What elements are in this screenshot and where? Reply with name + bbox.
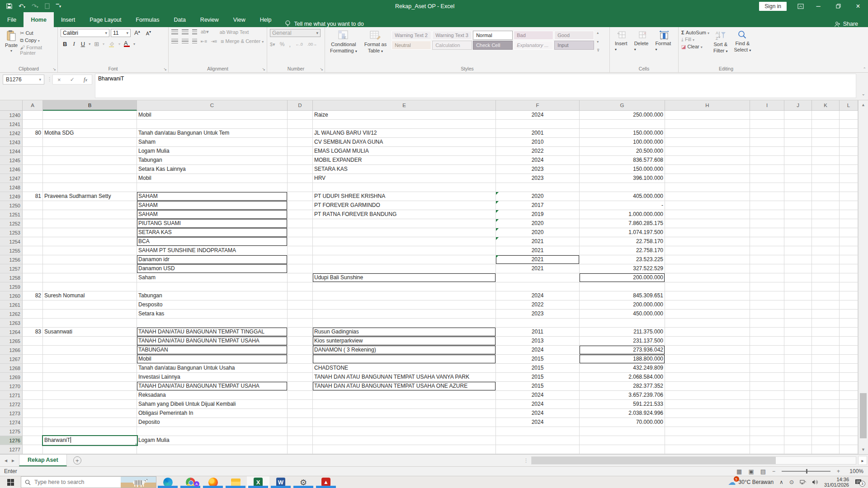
cell-G1261[interactable]: 200.000.000 — [580, 300, 665, 310]
cell-F1275[interactable] — [496, 427, 580, 436]
cell-B1247[interactable] — [43, 174, 137, 183]
cell-B1250[interactable] — [43, 201, 137, 210]
cell-G1253[interactable]: 1.074.197.500 — [580, 228, 665, 237]
cell-K1250[interactable] — [812, 201, 840, 210]
cell-I1262[interactable] — [750, 310, 784, 319]
cell-H1243[interactable] — [665, 138, 750, 147]
cell-H1277[interactable] — [665, 445, 750, 454]
cell-J1246[interactable] — [784, 165, 812, 174]
cell-A1262[interactable] — [23, 310, 43, 319]
format-painter-button[interactable]: 🖌 Format Painter — [20, 45, 55, 56]
cell-G1247[interactable]: 396.100.000 — [580, 174, 665, 183]
cell-I1250[interactable] — [750, 201, 784, 210]
cell-A1252[interactable] — [23, 219, 43, 228]
cell-K1255[interactable] — [812, 246, 840, 255]
cell-style-bad[interactable]: Bad — [514, 31, 553, 40]
collapse-ribbon-icon[interactable]: ⌃ — [863, 67, 866, 71]
cell-I1243[interactable] — [750, 138, 784, 147]
cell-E1252[interactable] — [313, 219, 496, 228]
cell-D1270[interactable] — [288, 382, 313, 391]
column-header-H[interactable]: H — [665, 100, 750, 111]
cell-B1251[interactable] — [43, 210, 137, 219]
cell-G1255[interactable]: 22.758.170 — [580, 246, 665, 255]
ribbon-tab-formulas[interactable]: Formulas — [128, 12, 166, 27]
number-format-select[interactable]: General▾ — [270, 29, 321, 37]
cell-K1273[interactable] — [812, 409, 840, 418]
page-break-view-icon[interactable]: ▤ — [760, 468, 766, 475]
cell-A1242[interactable]: 80 — [23, 129, 43, 138]
cell-E1245[interactable]: MOBIL EXPANDER — [313, 156, 496, 165]
cell-J1248[interactable] — [784, 183, 812, 192]
cell-B1273[interactable] — [43, 409, 137, 418]
taskbar-firefox[interactable] — [202, 476, 224, 488]
cell-L1257[interactable] — [840, 264, 858, 273]
cell-style-calculation[interactable]: Calculation — [432, 41, 472, 50]
cell-I1258[interactable] — [750, 273, 784, 282]
cell-F1249[interactable]: 2020 — [496, 192, 580, 201]
cell-D1275[interactable] — [288, 427, 313, 436]
cell-K1257[interactable] — [812, 264, 840, 273]
cell-B1258[interactable] — [43, 273, 137, 282]
cell-L1268[interactable] — [840, 364, 858, 373]
cell-B1241[interactable] — [43, 120, 137, 129]
cell-A1256[interactable] — [23, 255, 43, 264]
row-header-1267[interactable]: 1267 — [0, 355, 23, 364]
cell-E1268[interactable]: CHADSTONE — [313, 364, 496, 373]
cell-K1247[interactable] — [812, 174, 840, 183]
cell-L1254[interactable] — [840, 237, 858, 246]
cell-G1244[interactable]: 20.500.000 — [580, 147, 665, 156]
zoom-out-icon[interactable]: − — [772, 468, 775, 474]
redo-icon[interactable]: ↷▾ — [32, 3, 38, 9]
cell-L1241[interactable] — [840, 120, 858, 129]
cell-H1249[interactable] — [665, 192, 750, 201]
tray-cast-icon[interactable]: ⊙ — [789, 479, 794, 485]
cell-G1258[interactable]: 200.000.000 — [580, 273, 665, 282]
cell-I1242[interactable] — [750, 129, 784, 138]
row-header-1273[interactable]: 1273 — [0, 409, 23, 418]
cell-K1259[interactable] — [812, 282, 840, 291]
zoom-slider-knob[interactable] — [806, 469, 807, 474]
cell-H1269[interactable] — [665, 373, 750, 382]
cell-H1263[interactable] — [665, 319, 750, 328]
column-header-G[interactable]: G — [580, 100, 665, 111]
cell-C1253[interactable]: SETARA KAS — [137, 228, 288, 237]
cell-H1240[interactable] — [665, 111, 750, 120]
cell-C1266[interactable]: TABUNGAN — [137, 346, 288, 355]
borders-icon[interactable]: ⊞ — [92, 40, 101, 48]
cell-A1258[interactable] — [23, 273, 43, 282]
taskbar-word[interactable]: W — [269, 476, 292, 488]
cell-E1275[interactable] — [313, 427, 496, 436]
cell-H1259[interactable] — [665, 282, 750, 291]
cell-J1274[interactable] — [784, 418, 812, 427]
cell-G1256[interactable]: 23.523.225 — [580, 255, 665, 264]
cell-B1252[interactable] — [43, 219, 137, 228]
cell-C1250[interactable]: SAHAM — [137, 201, 288, 210]
cell-L1249[interactable] — [840, 192, 858, 201]
cell-D1254[interactable] — [288, 237, 313, 246]
cell-A1267[interactable] — [23, 355, 43, 364]
underline-button[interactable]: U — [79, 40, 87, 48]
row-header-1241[interactable]: 1241 — [0, 120, 23, 129]
cell-G1254[interactable]: 22.758.170 — [580, 237, 665, 246]
cell-H1244[interactable] — [665, 147, 750, 156]
cell-D1241[interactable] — [288, 120, 313, 129]
cell-C1246[interactable]: Setara Kas Lainnya — [137, 165, 288, 174]
cell-J1275[interactable] — [784, 427, 812, 436]
taskbar-settings[interactable]: ⚙ — [292, 476, 315, 488]
cell-style-normal[interactable]: Normal — [473, 31, 513, 40]
row-header-1264[interactable]: 1264 — [0, 328, 23, 337]
cell-D1248[interactable] — [288, 183, 313, 192]
cell-L1265[interactable] — [840, 337, 858, 346]
bold-button[interactable]: B — [61, 40, 69, 48]
cell-J1243[interactable] — [784, 138, 812, 147]
row-header-1240[interactable]: 1240 — [0, 111, 23, 120]
cell-A1260[interactable]: 82 — [23, 291, 43, 300]
cell-L1262[interactable] — [840, 310, 858, 319]
cell-B1276[interactable]: BharwaniT — [43, 436, 137, 445]
cell-H1271[interactable] — [665, 391, 750, 400]
cell-E1255[interactable] — [313, 246, 496, 255]
cell-G1245[interactable]: 836.577.608 — [580, 156, 665, 165]
cell-H1270[interactable] — [665, 382, 750, 391]
cell-A1250[interactable] — [23, 201, 43, 210]
cell-E1254[interactable] — [313, 237, 496, 246]
